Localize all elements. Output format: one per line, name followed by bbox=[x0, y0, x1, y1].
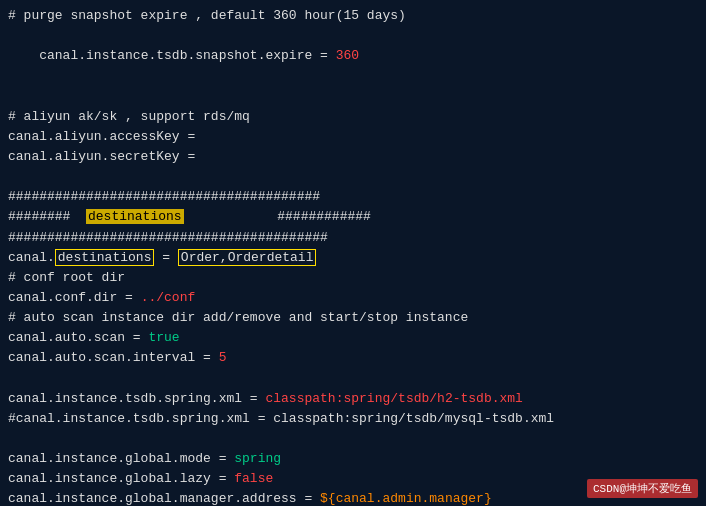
code-editor: # purge snapshot expire , default 360 ho… bbox=[0, 0, 706, 506]
line-1: # purge snapshot expire , default 360 ho… bbox=[8, 6, 698, 26]
line-12: # conf root dir bbox=[8, 268, 698, 288]
line-20-empty bbox=[8, 429, 698, 449]
line-11: canal.destinations = Order,Orderdetail bbox=[8, 248, 698, 268]
line-6: canal.aliyun.secretKey = bbox=[8, 147, 698, 167]
line-10: ########################################… bbox=[8, 228, 698, 248]
key-2: canal.instance.tsdb.snapshot.expire bbox=[39, 48, 312, 63]
line-9: ######## destinations ############ bbox=[8, 207, 698, 227]
line-17-empty bbox=[8, 369, 698, 389]
line-14: # auto scan instance dir add/remove and … bbox=[8, 308, 698, 328]
val-2: 360 bbox=[336, 48, 359, 63]
watermark: CSDN@坤坤不爱吃鱼 bbox=[587, 479, 698, 498]
line-19: #canal.instance.tsdb.spring.xml = classp… bbox=[8, 409, 698, 429]
line-18: canal.instance.tsdb.spring.xml = classpa… bbox=[8, 389, 698, 409]
line-5: canal.aliyun.accessKey = bbox=[8, 127, 698, 147]
line-16: canal.auto.scan.interval = 5 bbox=[8, 348, 698, 368]
line-7-empty bbox=[8, 167, 698, 187]
val-21: spring bbox=[234, 451, 281, 466]
line-8: ######################################## bbox=[8, 187, 698, 207]
val-23: ${canal.admin.manager} bbox=[320, 491, 492, 506]
line-13: canal.conf.dir = ../conf bbox=[8, 288, 698, 308]
line-2: canal.instance.tsdb.snapshot.expire = 36… bbox=[8, 26, 698, 86]
val-15: true bbox=[148, 330, 179, 345]
order-box: Order,Orderdetail bbox=[178, 249, 317, 266]
destinations-highlight: destinations bbox=[86, 209, 184, 224]
val-22: false bbox=[234, 471, 273, 486]
line-21: canal.instance.global.mode = spring bbox=[8, 449, 698, 469]
line-4: # aliyun ak/sk , support rds/mq bbox=[8, 107, 698, 127]
val-16: 5 bbox=[219, 350, 227, 365]
destinations-box: destinations bbox=[55, 249, 155, 266]
val-18: classpath:spring/tsdb/h2-tsdb.xml bbox=[265, 391, 522, 406]
line-15: canal.auto.scan = true bbox=[8, 328, 698, 348]
val-13: ../conf bbox=[141, 290, 196, 305]
line-3-empty bbox=[8, 87, 698, 107]
